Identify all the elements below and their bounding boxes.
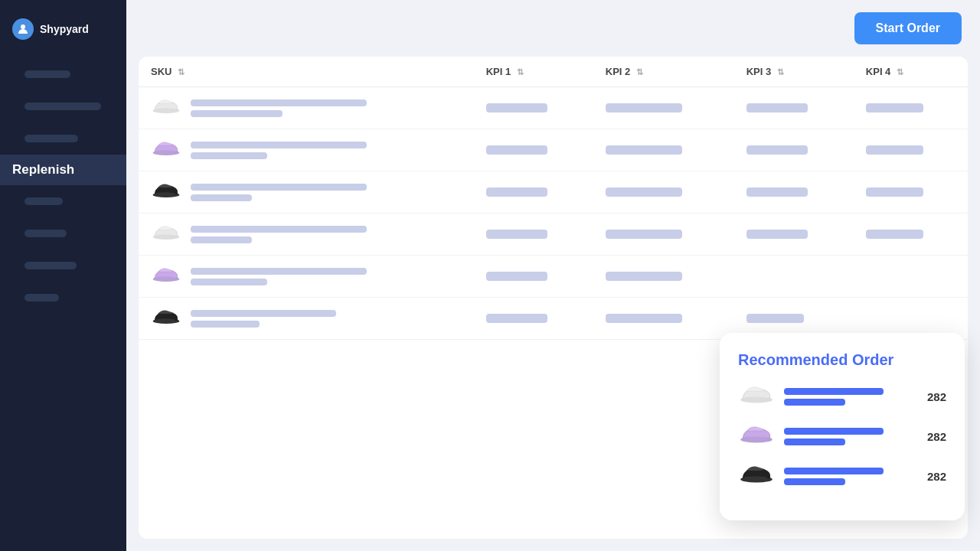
- nav-skeleton: [24, 262, 77, 269]
- shoe-image: [151, 139, 181, 161]
- kpi-bar: [746, 314, 804, 323]
- nav-skeleton: [24, 197, 63, 205]
- table-row[interactable]: [139, 129, 968, 171]
- sku-bar-1: [191, 184, 367, 191]
- nav-skeleton: [24, 294, 59, 302]
- rec-bar-1: [784, 428, 884, 435]
- kpi4-cell: [854, 87, 968, 129]
- svg-point-10: [155, 276, 175, 279]
- kpi-bar: [746, 103, 808, 112]
- col-kpi2[interactable]: KPI 2 ⇅: [593, 57, 734, 87]
- kpi3-cell: [734, 129, 854, 171]
- kpi1-cell: [474, 87, 593, 129]
- kpi-bar: [486, 103, 547, 112]
- kpi-bar: [606, 314, 682, 323]
- rec-bar-2: [784, 478, 845, 485]
- rec-bar-1: [784, 468, 884, 474]
- logo-area: Shypyard: [0, 12, 126, 58]
- nav-skeleton: [24, 103, 101, 110]
- svg-point-8: [155, 234, 175, 237]
- col-kpi3[interactable]: KPI 3 ⇅: [734, 57, 854, 87]
- sku-cell: [139, 298, 474, 340]
- kpi1-cell: [474, 214, 593, 256]
- recommended-items-list: 282 282 282: [738, 383, 946, 490]
- kpi-bar: [866, 230, 923, 239]
- kpi4-cell: [854, 256, 968, 298]
- svg-point-14: [743, 396, 767, 400]
- kpi-bar: [606, 272, 682, 281]
- kpi-bar: [486, 272, 547, 281]
- svg-point-2: [155, 108, 175, 111]
- table-row[interactable]: [139, 214, 968, 256]
- sidebar-item-6[interactable]: [0, 217, 126, 249]
- sku-bar-2: [191, 110, 283, 117]
- rec-bar-2: [784, 399, 845, 406]
- kpi2-cell: [593, 256, 734, 298]
- kpi3-cell: [734, 256, 854, 298]
- logo-icon: [12, 18, 34, 40]
- shoe-image: [151, 96, 181, 119]
- sidebar-item-5[interactable]: [0, 185, 126, 217]
- nav-skeleton: [24, 70, 70, 78]
- recommended-item: 282: [738, 383, 946, 410]
- kpi-bar: [866, 145, 923, 155]
- kpi3-cell: [734, 214, 854, 256]
- kpi4-cell: [854, 171, 968, 214]
- table-body: [139, 87, 968, 340]
- col-kpi4[interactable]: KPI 4 ⇅: [854, 57, 968, 87]
- col-sku[interactable]: SKU ⇅: [139, 57, 474, 87]
- kpi-bar: [606, 230, 682, 239]
- sku-cell: [139, 171, 474, 214]
- kpi2-cell: [593, 214, 734, 256]
- table-header: SKU ⇅ KPI 1 ⇅ KPI 2 ⇅ KPI 3 ⇅: [139, 57, 968, 87]
- svg-point-6: [155, 192, 175, 195]
- sidebar-item-1[interactable]: [0, 58, 126, 90]
- sku-bar-2: [191, 279, 267, 285]
- kpi4-cell: [854, 129, 968, 171]
- rec-bar-2: [784, 439, 845, 445]
- nav-skeleton: [24, 135, 78, 142]
- sku-bar-2: [191, 152, 267, 159]
- logo-text: Shypyard: [40, 23, 89, 35]
- sidebar-item-2[interactable]: [0, 90, 126, 122]
- kpi-bar: [866, 103, 923, 112]
- sidebar-item-3[interactable]: [0, 122, 126, 155]
- kpi2-cell: [593, 298, 734, 340]
- table-row[interactable]: [139, 171, 968, 214]
- svg-point-12: [155, 318, 175, 321]
- table-row[interactable]: [139, 87, 968, 129]
- sidebar-item-replenish[interactable]: Replenish: [0, 155, 126, 185]
- recommended-count: 282: [923, 390, 946, 403]
- sku-bar-2: [191, 236, 252, 243]
- kpi1-cell: [474, 171, 593, 214]
- recommended-order-title: Recommended Order: [738, 351, 946, 369]
- kpi-bar: [866, 187, 923, 197]
- kpi-bar: [606, 145, 682, 155]
- sku-bar-2: [191, 194, 252, 201]
- start-order-button[interactable]: Start Order: [854, 12, 962, 44]
- kpi2-cell: [593, 87, 734, 129]
- sku-bar-1: [191, 310, 336, 317]
- sku-bar-1: [191, 268, 367, 275]
- table-row[interactable]: [139, 256, 968, 298]
- shoe-image: [151, 181, 181, 204]
- sku-bar-2: [191, 321, 260, 328]
- sku-bar-1: [191, 99, 367, 106]
- kpi-bar: [486, 187, 547, 197]
- kpi-bar: [746, 145, 808, 155]
- sidebar-item-7[interactable]: [0, 249, 126, 282]
- kpi-bar: [486, 314, 547, 323]
- sidebar-item-8[interactable]: [0, 282, 126, 314]
- svg-point-4: [155, 150, 175, 153]
- sort-icon-kpi3: ⇅: [777, 67, 784, 77]
- recommended-count: 282: [923, 470, 946, 483]
- sidebar: Shypyard Replenish: [0, 0, 126, 551]
- sku-cell: [139, 87, 474, 129]
- kpi2-cell: [593, 171, 734, 214]
- sku-bar-1: [191, 226, 367, 233]
- col-kpi1[interactable]: KPI 1 ⇅: [474, 57, 593, 87]
- kpi-bar: [486, 145, 547, 155]
- kpi-bar: [746, 230, 808, 239]
- recommended-item: 282: [738, 422, 946, 450]
- sku-bar-1: [191, 142, 367, 148]
